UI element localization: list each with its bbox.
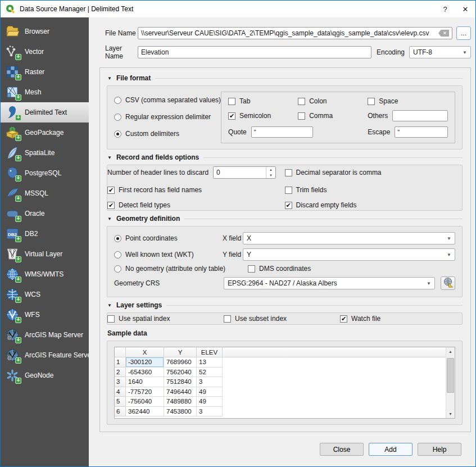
checkbox-watch-file[interactable]: Watch file xyxy=(340,315,462,323)
browse-button[interactable]: ... xyxy=(456,26,471,40)
column-header-elev[interactable]: ELEV xyxy=(197,347,223,357)
spin-down-icon[interactable]: ▼ xyxy=(266,173,275,178)
table-row[interactable]: 2 -654360 7562040 52 xyxy=(115,368,455,378)
sidebar-item-mssql[interactable]: MSSQL xyxy=(1,183,89,203)
scroll-up-icon[interactable]: ▲ xyxy=(446,347,455,356)
sidebar-item-arcgis-feature-server[interactable]: ArcGIS Feature Server xyxy=(1,345,89,365)
table-row[interactable]: 5 -756040 7489880 49 xyxy=(115,397,455,407)
file-name-label: File Name xyxy=(105,29,138,37)
layer-name-input[interactable]: Elevation xyxy=(138,46,371,58)
select-crs-button[interactable] xyxy=(441,276,455,290)
checkbox-first-record-field-names[interactable]: First record has field names xyxy=(107,186,285,194)
radio-no-geometry[interactable]: No geometry (attribute only table) xyxy=(114,265,225,273)
checkbox-colon[interactable]: Colon xyxy=(298,97,368,105)
section-title: Geometry definition xyxy=(116,215,180,223)
checkbox-dms-coordinates[interactable]: DMS coordinates xyxy=(248,265,311,273)
sidebar-item-browser[interactable]: Browser xyxy=(1,21,89,42)
record-options-header[interactable]: ▼ Record and fields options xyxy=(107,153,463,161)
sidebar-item-mesh[interactable]: Mesh xyxy=(1,82,89,102)
plus-badge xyxy=(15,378,21,384)
table-vertical-scrollbar[interactable]: ▲ ▼ xyxy=(446,347,455,418)
current-cell[interactable]: -300120 xyxy=(126,357,164,368)
sidebar-item-geonode[interactable]: GeoNode xyxy=(1,365,89,386)
geometry-definition-header[interactable]: ▼ Geometry definition xyxy=(107,215,463,223)
sidebar-item-virtual-layer[interactable]: Virtual Layer xyxy=(1,244,89,264)
sidebar-item-spatialite[interactable]: SpatiaLite xyxy=(1,143,89,163)
checkbox-comma[interactable]: Comma xyxy=(298,112,368,120)
help-titlebar-button[interactable]: ? xyxy=(435,1,455,17)
sidebar-item-wcs[interactable]: WCS xyxy=(1,284,89,305)
encoding-select[interactable]: UTF-8 ▼ xyxy=(409,46,471,58)
escape-input[interactable]: " xyxy=(395,126,448,138)
quote-field: Quote " xyxy=(228,126,368,138)
checkbox-decimal-separator-comma[interactable]: Decimal separator is comma xyxy=(285,166,463,179)
checkbox-use-subset-index[interactable]: Use subset index xyxy=(224,315,340,323)
table-row[interactable]: 4 -775720 7496440 49 xyxy=(115,387,455,397)
escape-label: Escape xyxy=(368,128,390,136)
table-row[interactable]: 6 362440 7453800 3 xyxy=(115,407,455,417)
checkbox-trim-fields[interactable]: Trim fields xyxy=(285,186,463,194)
sidebar-item-raster[interactable]: Raster xyxy=(1,62,89,82)
file-name-input[interactable]: \\serveur\Serveur CAUE\SIG\DATA_2\TEMP\q… xyxy=(138,27,452,39)
spin-up-icon[interactable]: ▲ xyxy=(266,167,275,173)
y-field-select[interactable]: Y ▼ xyxy=(243,248,455,261)
radio-regexp-delimiter[interactable]: Regular expression delimiter xyxy=(114,113,221,121)
radio-well-known-text[interactable]: Well known text (WKT) xyxy=(114,251,223,259)
radio-csv[interactable]: CSV (comma separated values) xyxy=(114,96,221,104)
sidebar-item-label: GeoPackage xyxy=(25,129,64,137)
radio-point-coordinates[interactable]: Point coordinates xyxy=(114,234,223,242)
sample-data-table[interactable]: X Y ELEV 1 -300120 7689960 13 2 xyxy=(114,347,455,419)
close-button[interactable]: Close xyxy=(320,443,364,456)
sidebar-item-wfs[interactable]: WFS xyxy=(1,305,89,325)
sidebar-item-label: Browser xyxy=(25,28,49,35)
sidebar-item-db2[interactable]: DB2 DB2 xyxy=(1,224,89,244)
scrollbar-thumb[interactable] xyxy=(447,358,454,393)
table-row[interactable]: 1 -300120 7689960 13 xyxy=(115,357,455,368)
geometry-crs-select[interactable]: EPSG:2964 - NAD27 / Alaska Albers ▼ xyxy=(224,277,435,289)
help-button[interactable]: Help xyxy=(418,443,461,456)
table-header-row: X Y ELEV xyxy=(115,347,455,357)
quote-input[interactable]: " xyxy=(251,126,313,138)
clear-icon[interactable] xyxy=(438,30,449,37)
add-button[interactable]: Add xyxy=(369,443,412,456)
column-header-x[interactable]: X xyxy=(126,347,164,357)
checkbox-detect-field-types[interactable]: Detect field types xyxy=(107,201,285,209)
plus-badge xyxy=(15,276,21,283)
checkbox-icon xyxy=(368,98,375,105)
header-lines-spinbox[interactable]: 0 ▲▼ xyxy=(213,166,276,179)
sidebar-item-oracle[interactable]: Oracle xyxy=(1,203,89,224)
sidebar-item-arcgis-map-server[interactable]: ArcGIS Map Server xyxy=(1,325,89,345)
checkbox-discard-empty-fields[interactable]: Discard empty fields xyxy=(285,201,463,209)
layer-settings-group: Use spatial index Use subset index Watch… xyxy=(107,312,463,325)
column-header-y[interactable]: Y xyxy=(164,347,197,357)
sidebar-item-label: Virtual Layer xyxy=(25,250,62,258)
checkbox-icon xyxy=(228,98,235,105)
sidebar-item-delimited-text[interactable]: Delimited Text xyxy=(1,102,89,123)
postgresql-icon xyxy=(5,166,20,180)
close-window-button[interactable]: ✕ xyxy=(455,1,475,17)
plus-badge xyxy=(15,357,21,364)
spinner-arrows[interactable]: ▲▼ xyxy=(266,167,275,178)
x-field-select[interactable]: X ▼ xyxy=(243,232,455,244)
sidebar-item-geopackage[interactable]: GeoPackage xyxy=(1,123,89,143)
section-title: Record and fields options xyxy=(116,153,199,161)
sidebar-item-vector[interactable]: Vector xyxy=(1,42,89,62)
scrollbar-track[interactable] xyxy=(446,356,455,410)
checkbox-tab[interactable]: Tab xyxy=(228,97,298,105)
table-row[interactable]: 3 1640 7512840 3 xyxy=(115,377,455,387)
delimited-text-icon xyxy=(5,105,20,120)
sidebar-item-postgresql[interactable]: PostgreSQL xyxy=(1,163,89,183)
titlebar[interactable]: Data Source Manager | Delimited Text ? ✕ xyxy=(1,1,475,17)
file-format-header[interactable]: ▼ File format xyxy=(107,74,463,82)
radio-custom-delimiters[interactable]: Custom delimiters xyxy=(114,130,221,138)
arcgis-map-server-icon xyxy=(5,328,20,342)
checkbox-use-spatial-index[interactable]: Use spatial index xyxy=(107,315,224,323)
scroll-down-icon[interactable]: ▼ xyxy=(446,410,455,418)
others-input[interactable] xyxy=(392,110,448,121)
checkbox-space[interactable]: Space xyxy=(368,97,448,105)
escape-field: Escape " xyxy=(368,126,448,138)
checkbox-semicolon[interactable]: Semicolon xyxy=(228,112,298,120)
layer-settings-header[interactable]: ▼ Layer settings xyxy=(107,301,463,309)
sidebar-item-label: SpatiaLite xyxy=(25,149,55,157)
sidebar-item-wms-wmts[interactable]: WMS/WMTS xyxy=(1,264,89,284)
